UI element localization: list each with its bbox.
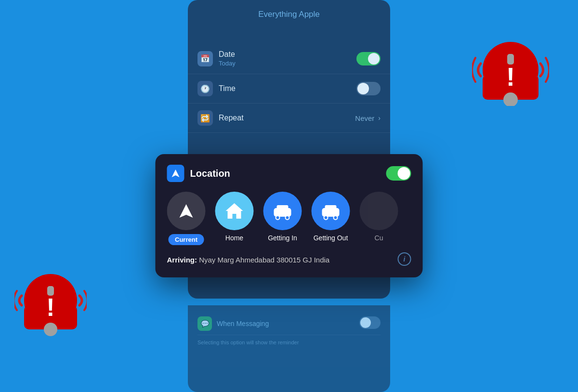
- getting-in-label: Getting In: [268, 234, 297, 242]
- location-card: Location Current Home: [156, 154, 423, 277]
- date-icon: 📅: [197, 51, 213, 66]
- date-label: Date: [219, 50, 356, 59]
- time-row: 🕐 Time: [188, 74, 390, 104]
- bell-top-right: !: [472, 19, 549, 106]
- location-options: Current Home Getting In: [167, 192, 411, 245]
- info-icon[interactable]: i: [398, 252, 411, 266]
- time-icon: 🕐: [197, 81, 213, 96]
- location-option-getting-out[interactable]: Getting Out: [312, 192, 350, 245]
- bottom-note: Selecting this option will show the remi…: [197, 339, 381, 346]
- cu-circle: [360, 192, 398, 230]
- repeat-chevron: ›: [378, 114, 381, 122]
- location-option-cu[interactable]: Cu: [360, 192, 398, 245]
- location-option-home[interactable]: Home: [215, 192, 254, 245]
- repeat-value: Never: [355, 114, 374, 122]
- home-circle: [215, 192, 254, 230]
- getting-in-circle: [263, 192, 302, 230]
- svg-point-2: [44, 323, 57, 336]
- messaging-label: When Messaging: [217, 320, 269, 327]
- messaging-icon: 💬: [197, 316, 212, 331]
- phone-bg-bottom: 💬 When Messaging Selecting this option w…: [188, 305, 390, 392]
- getting-out-circle: [312, 192, 350, 230]
- svg-text:!: !: [46, 293, 54, 321]
- current-circle: [167, 192, 206, 230]
- home-label: Home: [225, 234, 243, 242]
- bell-bottom-left: !: [14, 252, 87, 339]
- repeat-icon: 🔁: [197, 110, 213, 126]
- time-label: Time: [219, 84, 356, 93]
- cu-label: Cu: [375, 234, 383, 242]
- date-sublabel: Today: [219, 60, 356, 67]
- svg-marker-10: [172, 170, 180, 177]
- date-row: 📅 Date Today: [188, 43, 390, 74]
- location-option-current[interactable]: Current: [167, 192, 206, 245]
- date-toggle[interactable]: [356, 52, 381, 65]
- messaging-toggle[interactable]: [359, 316, 381, 329]
- svg-point-15: [276, 216, 280, 220]
- repeat-row: 🔁 Repeat Never ›: [188, 104, 390, 133]
- location-arriving: Arriving: Nyay Marg Ahmedabad 380015 GJ …: [167, 255, 411, 266]
- svg-point-19: [324, 216, 328, 220]
- location-title: Location: [190, 168, 386, 179]
- location-toggle[interactable]: [386, 166, 411, 181]
- current-badge: Current: [168, 234, 204, 245]
- svg-rect-18: [325, 205, 337, 210]
- location-header: Location: [167, 165, 411, 182]
- svg-marker-11: [180, 204, 193, 218]
- svg-marker-12: [226, 203, 243, 219]
- svg-rect-14: [277, 205, 289, 210]
- arriving-address: Nyay Marg Ahmedabad 380015 GJ India: [199, 256, 329, 264]
- location-option-getting-in[interactable]: Getting In: [263, 192, 302, 245]
- location-icon: [167, 165, 184, 182]
- time-toggle[interactable]: [356, 82, 381, 95]
- getting-out-label: Getting Out: [314, 234, 348, 242]
- svg-text:!: !: [506, 62, 515, 91]
- svg-point-20: [334, 216, 338, 220]
- repeat-label: Repeat: [219, 114, 355, 122]
- arriving-label: Arriving:: [167, 256, 197, 264]
- phone-bg-title: Everything Apple: [188, 10, 390, 19]
- svg-point-16: [286, 216, 289, 220]
- messaging-row: 💬 When Messaging: [197, 313, 381, 335]
